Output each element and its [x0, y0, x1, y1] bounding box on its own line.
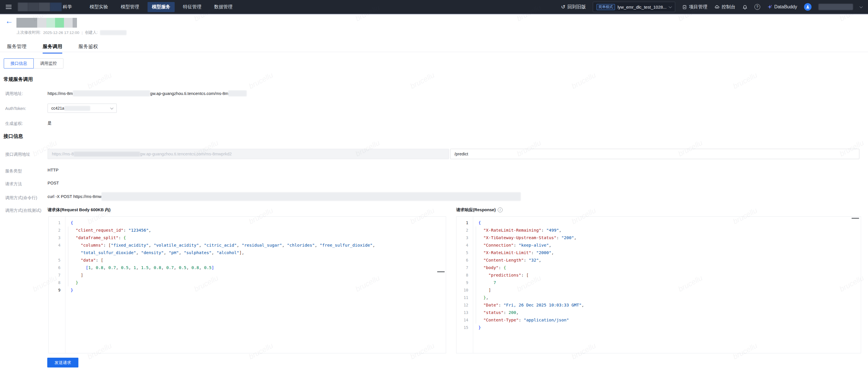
- console-link[interactable]: 控制台: [714, 4, 736, 10]
- nav-item-0[interactable]: 模型实验: [85, 2, 113, 12]
- gen-auth-value: 是: [48, 120, 52, 126]
- line-number: 13: [457, 309, 473, 316]
- user-chevron-down-icon[interactable]: [859, 5, 863, 8]
- hamburger-menu-icon[interactable]: [6, 5, 11, 9]
- line-number: 4: [49, 241, 65, 249]
- top-navbar: 科学 模型实验模型管理模型服务特征管理数据管理 ↺ 回到旧版 简单模式 lyw_…: [0, 0, 868, 14]
- code-line-6: "body": {: [478, 264, 861, 271]
- code-line-12: "status": 200,: [478, 309, 861, 316]
- watermark: brucellu: [409, 70, 436, 91]
- redacted-logo: [18, 3, 62, 11]
- clipboard-icon: [682, 5, 687, 9]
- request-editor-gutter: 123456789: [49, 217, 65, 353]
- subtab-0[interactable]: 接口信息: [4, 59, 34, 68]
- curl-redacted: [101, 192, 521, 201]
- line-number: 7: [457, 264, 473, 271]
- title-block-4: [64, 18, 73, 28]
- response-editor-code: { "X-RateLimit-Remaining": "499", "X-TiG…: [473, 217, 861, 353]
- primary-nav-menu: 模型实验模型管理模型服务特征管理数据管理: [85, 2, 237, 12]
- nav-item-4[interactable]: 数据管理: [210, 2, 237, 12]
- username-redacted[interactable]: [818, 4, 853, 10]
- indent-guide: [476, 227, 476, 324]
- service-type-value: HTTP: [48, 168, 59, 172]
- page-meta: 上次修改时间: 2025-12-26 17:12:00 | 创建人:: [17, 30, 126, 35]
- endpoint-base-input-disabled: https://ms-8gw.ap-guangzhou.ti.tencentcs…: [48, 149, 449, 159]
- watermark: brucellu: [570, 70, 597, 91]
- code-line-6: [1, 0.8, 0.7, 0.5, 1, 1.5, 0.8, 0.7, 0.5…: [71, 264, 446, 271]
- modified-time-value: 2025-12-26 17:12:00: [43, 31, 79, 35]
- back-button[interactable]: ←: [5, 16, 13, 26]
- line-number: 5: [457, 249, 473, 256]
- line-number: 8: [49, 279, 65, 286]
- line-number: 11: [457, 294, 473, 301]
- project-name: lyw_emr_dlc_test_1028...: [618, 5, 666, 9]
- code-line-9: ]: [478, 286, 861, 294]
- logo-block-2: [39, 3, 50, 11]
- project-management-link[interactable]: 项目管理: [682, 4, 708, 10]
- code-line-14: }: [478, 324, 861, 331]
- line-number: 3: [49, 234, 65, 241]
- title-block-1: [37, 18, 46, 28]
- subtab-group: 接口信息调用监控: [4, 59, 63, 68]
- code-line-5: "data": [: [71, 256, 446, 264]
- method-label: 请求方法: [5, 181, 22, 187]
- product-name-suffix: 科学: [63, 4, 72, 10]
- call-address-value: https://ms-8mgw.ap-guangzhou.ti.tencentc…: [48, 90, 247, 96]
- response-editor-scroll-marker[interactable]: [851, 218, 859, 219]
- logo-block-0: [18, 3, 28, 11]
- call-address-redacted-1: [73, 90, 150, 96]
- navbar-right: ↺ 回到旧版 简单模式 lyw_emr_dlc_test_1028... 项目管…: [561, 2, 862, 12]
- project-mode-dropdown[interactable]: 简单模式 lyw_emr_dlc_test_1028...: [593, 2, 675, 12]
- endpoint-path-input[interactable]: /predict: [450, 149, 859, 159]
- logo-block-3: [50, 3, 62, 11]
- page: 科学 模型实验模型管理模型服务特征管理数据管理 ↺ 回到旧版 简单模式 lyw_…: [0, 0, 868, 381]
- back-to-old-version-link[interactable]: ↺ 回到旧版: [561, 4, 586, 10]
- call-address-redacted-2: [228, 90, 247, 96]
- code-line-0: {: [478, 219, 861, 227]
- code-line-4: "X-RateLimit-Limit": "2000",: [478, 249, 861, 256]
- title-block-5: [73, 18, 77, 28]
- response-editor-gutter: 123456789101112131415: [457, 217, 473, 353]
- code-line-1: "X-RateLimit-Remaining": "499",: [478, 227, 861, 234]
- nav-item-2[interactable]: 模型服务: [148, 2, 175, 12]
- info-icon[interactable]: i: [498, 207, 503, 212]
- request-body-caption: 请求体(Request Body 600KB 内): [48, 207, 111, 213]
- subtab-1[interactable]: 调用监控: [34, 59, 63, 68]
- code-line-8: 7: [478, 279, 861, 286]
- code-line-0: {: [71, 219, 446, 227]
- code-line-13: "Content-Type": "application/json": [478, 316, 861, 324]
- notification-bell-icon[interactable]: [742, 4, 748, 9]
- response-caption: 请求响应(Response) i: [456, 207, 503, 213]
- request-editor-scroll-marker[interactable]: [437, 271, 445, 272]
- code-line-5: "Content-Length": "32",: [478, 256, 861, 264]
- online-test-label: 调用方式(在线测试): [5, 208, 41, 213]
- nav-item-3[interactable]: 特征管理: [179, 2, 206, 12]
- user-avatar[interactable]: [804, 3, 811, 11]
- title-block-3: [55, 18, 64, 28]
- line-number: 5: [49, 256, 65, 264]
- request-body-editor[interactable]: 123456789 { "client_request_id": "123456…: [49, 216, 446, 353]
- line-number: 15: [457, 324, 473, 331]
- line-number: 9: [49, 286, 65, 294]
- line-number: 7: [49, 271, 65, 279]
- databuddy-link[interactable]: DataBuddy: [767, 4, 797, 9]
- line-number: 6: [49, 264, 65, 271]
- chevron-down-icon: [669, 5, 672, 8]
- auth-token-redacted: [64, 106, 90, 111]
- api-section-title: 接口信息: [3, 133, 23, 140]
- response-editor[interactable]: 123456789101112131415 { "X-RateLimit-Rem…: [456, 216, 861, 353]
- send-request-button[interactable]: 发送请求: [47, 358, 79, 368]
- help-icon[interactable]: ?: [754, 4, 760, 10]
- nav-item-1[interactable]: 模型管理: [117, 2, 144, 12]
- line-number: 3: [457, 234, 473, 241]
- auth-token-select[interactable]: cc421a: [48, 104, 117, 113]
- line-number: 10: [457, 286, 473, 294]
- line-number: 8: [457, 271, 473, 279]
- line-number: 9: [457, 279, 473, 286]
- code-line-11: "Date": "Fri, 26 Dec 2025 10:03:33 GMT",: [478, 301, 861, 309]
- creator-label: 创建人:: [85, 30, 98, 35]
- request-editor-code: { "client_request_id": "123456", "datafr…: [65, 217, 446, 353]
- code-line-9: }: [71, 286, 446, 294]
- watermark: brucellu: [86, 70, 113, 91]
- line-number: 14: [457, 316, 473, 324]
